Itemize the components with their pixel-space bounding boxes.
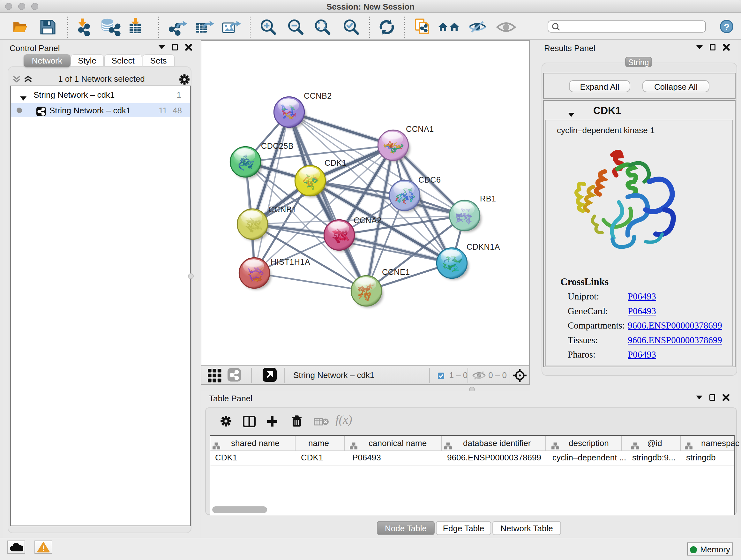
svg-text:HIST1H1A: HIST1H1A xyxy=(271,257,310,266)
svg-text:CDC25B: CDC25B xyxy=(261,141,293,150)
svg-text:CCNB1: CCNB1 xyxy=(268,205,296,214)
svg-text:CDK1: CDK1 xyxy=(325,159,347,167)
svg-text:CDKN1A: CDKN1A xyxy=(467,242,500,251)
svg-text:CCNE1: CCNE1 xyxy=(382,267,410,276)
svg-text:RB1: RB1 xyxy=(480,194,496,203)
svg-text:CDC6: CDC6 xyxy=(418,175,441,184)
svg-text:CCNA1: CCNA1 xyxy=(406,125,434,133)
svg-text:CCNA2: CCNA2 xyxy=(354,216,382,225)
svg-text:CCNB2: CCNB2 xyxy=(304,91,332,100)
